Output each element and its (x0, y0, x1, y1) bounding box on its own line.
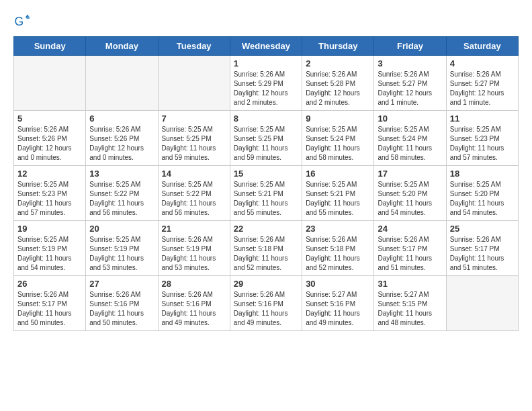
header: G (13, 13, 519, 30)
svg-text:G: G (15, 15, 24, 28)
day-number: 24 (378, 224, 442, 234)
day-number: 20 (89, 224, 154, 234)
day-number: 25 (450, 224, 515, 234)
day-info: Sunrise: 5:27 AMSunset: 5:16 PMDaylight:… (306, 290, 370, 328)
day-info: Sunrise: 5:25 AMSunset: 5:21 PMDaylight:… (234, 180, 298, 218)
day-info: Sunrise: 5:26 AMSunset: 5:26 PMDaylight:… (89, 125, 154, 163)
day-number: 5 (17, 113, 82, 124)
day-number: 26 (17, 279, 82, 289)
day-cell: 11Sunrise: 5:25 AMSunset: 5:23 PMDayligh… (446, 111, 518, 166)
day-info: Sunrise: 5:25 AMSunset: 5:23 PMDaylight:… (17, 180, 82, 218)
header-cell-friday: Friday (374, 37, 446, 56)
day-cell: 18Sunrise: 5:25 AMSunset: 5:20 PMDayligh… (446, 166, 518, 221)
calendar-body: 1Sunrise: 5:26 AMSunset: 5:29 PMDaylight… (14, 56, 519, 331)
day-cell: 28Sunrise: 5:26 AMSunset: 5:16 PMDayligh… (158, 276, 230, 331)
day-info: Sunrise: 5:26 AMSunset: 5:17 PMDaylight:… (17, 290, 82, 328)
day-cell (14, 56, 86, 111)
week-row-4: 19Sunrise: 5:25 AMSunset: 5:19 PMDayligh… (14, 221, 519, 276)
day-info: Sunrise: 5:25 AMSunset: 5:25 PMDaylight:… (162, 125, 226, 163)
day-info: Sunrise: 5:25 AMSunset: 5:20 PMDaylight:… (450, 180, 515, 218)
day-cell: 27Sunrise: 5:26 AMSunset: 5:16 PMDayligh… (86, 276, 158, 331)
header-cell-tuesday: Tuesday (158, 37, 230, 56)
day-number: 7 (162, 113, 226, 124)
day-cell: 3Sunrise: 5:26 AMSunset: 5:27 PMDaylight… (374, 56, 446, 111)
day-number: 6 (89, 113, 154, 124)
day-info: Sunrise: 5:25 AMSunset: 5:23 PMDaylight:… (450, 125, 515, 163)
week-row-1: 1Sunrise: 5:26 AMSunset: 5:29 PMDaylight… (14, 56, 519, 111)
header-cell-wednesday: Wednesday (230, 37, 302, 56)
day-cell: 24Sunrise: 5:26 AMSunset: 5:17 PMDayligh… (374, 221, 446, 276)
day-info: Sunrise: 5:25 AMSunset: 5:19 PMDaylight:… (89, 235, 154, 273)
day-number: 29 (234, 279, 298, 289)
day-cell: 15Sunrise: 5:25 AMSunset: 5:21 PMDayligh… (230, 166, 302, 221)
day-info: Sunrise: 5:26 AMSunset: 5:17 PMDaylight:… (450, 235, 515, 273)
day-info: Sunrise: 5:26 AMSunset: 5:28 PMDaylight:… (306, 70, 370, 107)
day-cell: 17Sunrise: 5:25 AMSunset: 5:20 PMDayligh… (374, 166, 446, 221)
logo-icon: G (13, 13, 30, 30)
day-cell: 20Sunrise: 5:25 AMSunset: 5:19 PMDayligh… (86, 221, 158, 276)
day-info: Sunrise: 5:25 AMSunset: 5:19 PMDaylight:… (17, 235, 82, 273)
day-cell: 22Sunrise: 5:26 AMSunset: 5:18 PMDayligh… (230, 221, 302, 276)
day-info: Sunrise: 5:25 AMSunset: 5:21 PMDaylight:… (306, 180, 370, 218)
day-info: Sunrise: 5:25 AMSunset: 5:24 PMDaylight:… (306, 125, 370, 163)
day-info: Sunrise: 5:26 AMSunset: 5:16 PMDaylight:… (162, 290, 226, 328)
day-cell: 14Sunrise: 5:25 AMSunset: 5:22 PMDayligh… (158, 166, 230, 221)
day-cell: 21Sunrise: 5:26 AMSunset: 5:19 PMDayligh… (158, 221, 230, 276)
header-cell-sunday: Sunday (14, 37, 86, 56)
day-cell: 19Sunrise: 5:25 AMSunset: 5:19 PMDayligh… (14, 221, 86, 276)
header-cell-saturday: Saturday (446, 37, 518, 56)
day-info: Sunrise: 5:26 AMSunset: 5:27 PMDaylight:… (378, 70, 442, 107)
day-number: 4 (450, 58, 515, 68)
week-row-3: 12Sunrise: 5:25 AMSunset: 5:23 PMDayligh… (14, 166, 519, 221)
day-info: Sunrise: 5:26 AMSunset: 5:16 PMDaylight:… (234, 290, 298, 328)
day-cell: 31Sunrise: 5:27 AMSunset: 5:15 PMDayligh… (374, 276, 446, 331)
day-number: 17 (378, 169, 442, 179)
day-info: Sunrise: 5:26 AMSunset: 5:16 PMDaylight:… (89, 290, 154, 328)
day-number: 22 (234, 224, 298, 234)
day-cell: 26Sunrise: 5:26 AMSunset: 5:17 PMDayligh… (14, 276, 86, 331)
day-cell: 9Sunrise: 5:25 AMSunset: 5:24 PMDaylight… (302, 111, 374, 166)
day-info: Sunrise: 5:26 AMSunset: 5:29 PMDaylight:… (234, 70, 298, 107)
header-cell-monday: Monday (86, 37, 158, 56)
header-row: SundayMondayTuesdayWednesdayThursdayFrid… (14, 37, 519, 56)
day-cell: 10Sunrise: 5:25 AMSunset: 5:24 PMDayligh… (374, 111, 446, 166)
day-info: Sunrise: 5:26 AMSunset: 5:18 PMDaylight:… (306, 235, 370, 273)
day-info: Sunrise: 5:25 AMSunset: 5:24 PMDaylight:… (378, 125, 442, 163)
day-number: 13 (89, 169, 154, 179)
day-cell: 30Sunrise: 5:27 AMSunset: 5:16 PMDayligh… (302, 276, 374, 331)
calendar-table: SundayMondayTuesdayWednesdayThursdayFrid… (13, 36, 519, 331)
day-number: 31 (378, 279, 442, 289)
day-cell: 4Sunrise: 5:26 AMSunset: 5:27 PMDaylight… (446, 56, 518, 111)
day-number: 18 (450, 169, 515, 179)
day-number: 8 (234, 113, 298, 124)
day-number: 9 (306, 113, 370, 124)
day-info: Sunrise: 5:25 AMSunset: 5:25 PMDaylight:… (234, 125, 298, 163)
day-cell: 29Sunrise: 5:26 AMSunset: 5:16 PMDayligh… (230, 276, 302, 331)
day-info: Sunrise: 5:25 AMSunset: 5:22 PMDaylight:… (89, 180, 154, 218)
day-number: 27 (89, 279, 154, 289)
day-cell: 25Sunrise: 5:26 AMSunset: 5:17 PMDayligh… (446, 221, 518, 276)
day-number: 14 (162, 169, 226, 179)
day-number: 16 (306, 169, 370, 179)
day-info: Sunrise: 5:25 AMSunset: 5:22 PMDaylight:… (162, 180, 226, 218)
calendar-header: SundayMondayTuesdayWednesdayThursdayFrid… (14, 37, 519, 56)
day-number: 1 (234, 58, 298, 68)
day-cell: 2Sunrise: 5:26 AMSunset: 5:28 PMDaylight… (302, 56, 374, 111)
day-number: 10 (378, 113, 442, 124)
day-info: Sunrise: 5:26 AMSunset: 5:26 PMDaylight:… (17, 125, 82, 163)
day-number: 23 (306, 224, 370, 234)
day-number: 30 (306, 279, 370, 289)
day-info: Sunrise: 5:26 AMSunset: 5:27 PMDaylight:… (450, 70, 515, 107)
day-cell: 6Sunrise: 5:26 AMSunset: 5:26 PMDaylight… (86, 111, 158, 166)
day-number: 15 (234, 169, 298, 179)
header-cell-thursday: Thursday (302, 37, 374, 56)
day-cell: 16Sunrise: 5:25 AMSunset: 5:21 PMDayligh… (302, 166, 374, 221)
day-info: Sunrise: 5:26 AMSunset: 5:18 PMDaylight:… (234, 235, 298, 273)
day-info: Sunrise: 5:27 AMSunset: 5:15 PMDaylight:… (378, 290, 442, 328)
day-cell (86, 56, 158, 111)
day-cell: 1Sunrise: 5:26 AMSunset: 5:29 PMDaylight… (230, 56, 302, 111)
day-cell: 23Sunrise: 5:26 AMSunset: 5:18 PMDayligh… (302, 221, 374, 276)
week-row-2: 5Sunrise: 5:26 AMSunset: 5:26 PMDaylight… (14, 111, 519, 166)
day-cell (446, 276, 518, 331)
day-number: 2 (306, 58, 370, 68)
